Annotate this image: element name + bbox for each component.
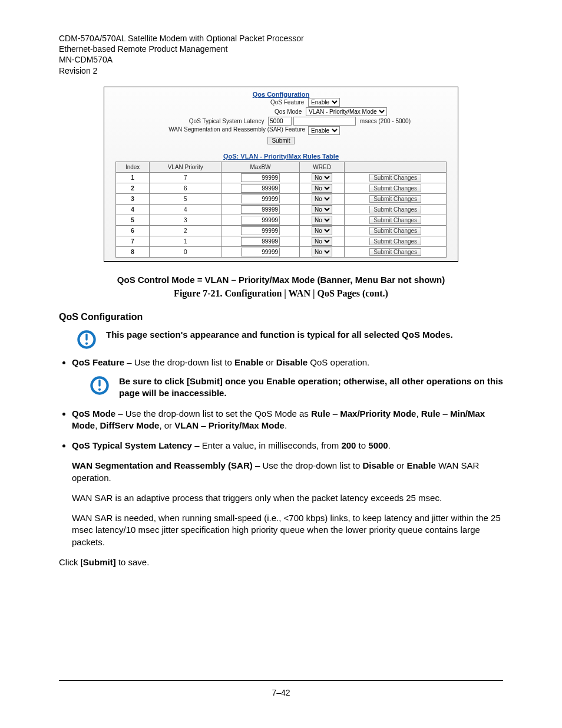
table-row: 17NoSubmit Changes xyxy=(116,172,447,183)
table-row: 80NoSubmit Changes xyxy=(116,246,447,257)
caption-mode-post: Priority/Max Mode (Banner, Menu Bar not … xyxy=(239,275,445,285)
rule-wred-cell: No xyxy=(299,172,344,183)
figure-title: Qos Configuration xyxy=(104,87,458,98)
b2-d1: – xyxy=(330,409,340,419)
caption-mode-pre: QoS Control Mode = VLAN xyxy=(117,275,229,285)
b2-primax: Priority/Max Mode xyxy=(209,420,285,430)
header-left-2: Ethernet-based Remote Product Management xyxy=(59,44,503,54)
rules-th-wred: WRED xyxy=(299,162,344,172)
bullet1-enable: Enable xyxy=(234,357,263,367)
rule-index: 7 xyxy=(116,236,150,246)
rule-wred-cell: No xyxy=(299,193,344,204)
rule-submit-button[interactable]: Submit Changes xyxy=(369,185,421,192)
sar-or: or xyxy=(394,460,407,470)
rule-maxbw-input[interactable] xyxy=(241,184,280,193)
figure-caption: Figure 7-21. Configuration | WAN | QoS P… xyxy=(59,288,503,299)
rule-maxbw-input[interactable] xyxy=(241,226,280,235)
b2-c1: , xyxy=(416,409,421,419)
cfg-mode-row: Qos Mode VLAN - Priority/Max Mode xyxy=(104,107,458,117)
svg-point-2 xyxy=(85,342,88,344)
b3-p: . xyxy=(388,440,391,450)
rule-action-cell: Submit Changes xyxy=(345,204,447,215)
rule-wred-select[interactable]: No xyxy=(312,237,332,246)
b2-lead: QoS Mode xyxy=(72,409,115,419)
cfg-latency-input[interactable] xyxy=(268,117,292,126)
rule-maxbw-input[interactable] xyxy=(241,237,280,246)
cfg-mode-label: Qos Mode xyxy=(275,108,302,115)
cfg-submit-button[interactable]: Submit xyxy=(267,137,294,144)
note-1-text: This page section's appearance and funct… xyxy=(106,330,503,340)
cfg-feature-select[interactable]: Enable xyxy=(308,98,340,107)
rule-wred-select[interactable]: No xyxy=(312,173,332,182)
rule-priority: 7 xyxy=(150,172,222,183)
svg-point-5 xyxy=(98,388,101,391)
bullet-qos-latency: QoS Typical System Latency – Enter a val… xyxy=(72,440,503,548)
rule-index: 3 xyxy=(116,193,150,204)
b2-maxpri: Max/Priority Mode xyxy=(340,409,416,419)
cfg-latency-row: QoS Typical System Latency msecs (200 - … xyxy=(104,117,458,126)
table-row: 26NoSubmit Changes xyxy=(116,183,447,193)
sar-dis: Disable xyxy=(363,460,394,470)
rule-wred-cell: No xyxy=(299,246,344,257)
bullet-qos-mode: QoS Mode – Use the drop-down list to set… xyxy=(72,408,503,432)
rule-submit-button[interactable]: Submit Changes xyxy=(369,195,421,203)
b2-rule2: Rule xyxy=(421,409,441,419)
rule-submit-button[interactable]: Submit Changes xyxy=(369,248,421,256)
bullet1-disable: Disable xyxy=(276,357,308,367)
rule-wred-cell: No xyxy=(299,204,344,215)
rule-submit-button[interactable]: Submit Changes xyxy=(369,238,421,245)
page-number: 7–42 xyxy=(272,688,290,697)
b2-d1b: – xyxy=(440,409,450,419)
rule-wred-select[interactable]: No xyxy=(312,216,332,225)
rule-index: 5 xyxy=(116,215,150,225)
rule-priority: 4 xyxy=(150,204,222,215)
page-header: CDM-570A/570AL Satellite Modem with Opti… xyxy=(59,33,503,76)
rule-submit-button[interactable]: Submit Changes xyxy=(369,174,421,182)
cfg-latency-label: QoS Typical System Latency xyxy=(189,118,265,124)
rule-maxbw-input[interactable] xyxy=(241,216,280,225)
page: CDM-570A/570AL Satellite Modem with Opti… xyxy=(0,0,562,728)
rule-maxbw-input[interactable] xyxy=(241,173,280,182)
rule-wred-select[interactable]: No xyxy=(312,184,332,193)
rule-priority: 6 xyxy=(150,183,222,193)
cfg-sar-select[interactable]: Enable xyxy=(308,126,340,135)
cfg-sar-row: WAN Segmentation and Reassembly (SAR) Fe… xyxy=(104,126,458,136)
rule-maxbw-input[interactable] xyxy=(241,248,280,256)
cfg-sar-label: WAN Segmentation and Reassembly (SAR) Fe… xyxy=(168,126,304,133)
b2-d2: – xyxy=(199,420,209,430)
figure-qos-config: Qos Configuration QoS Feature Enable Qos… xyxy=(104,87,458,262)
rule-maxbw-input[interactable] xyxy=(241,205,280,214)
rule-action-cell: Submit Changes xyxy=(345,172,447,183)
rule-wred-select[interactable]: No xyxy=(312,205,332,214)
rules-title: QoS: VLAN - Priority/Max Rules Table xyxy=(104,153,458,162)
rule-action-cell: Submit Changes xyxy=(345,236,447,246)
rule-priority: 3 xyxy=(150,215,222,225)
info-icon xyxy=(77,330,97,350)
rule-wred-select[interactable]: No xyxy=(312,248,332,256)
cfg-mode-select[interactable]: VLAN - Priority/Max Mode xyxy=(306,107,387,116)
rule-submit-button[interactable]: Submit Changes xyxy=(369,227,421,235)
svg-rect-1 xyxy=(85,334,87,341)
body-list: QoS Feature – Use the drop-down list to … xyxy=(67,357,503,548)
header-right-1: MN-CDM570A xyxy=(59,54,503,65)
rule-wred-cell: No xyxy=(299,236,344,246)
rule-priority: 0 xyxy=(150,246,222,257)
rule-index: 6 xyxy=(116,225,150,236)
bullet1-or: or xyxy=(263,357,276,367)
rules-th-index: Index xyxy=(116,162,150,172)
rule-wred-select[interactable]: No xyxy=(312,226,332,235)
b2-vlan: VLAN xyxy=(174,420,199,430)
rule-submit-button[interactable]: Submit Changes xyxy=(369,206,421,213)
rule-maxbw-input[interactable] xyxy=(241,195,280,203)
rule-maxbw-cell xyxy=(222,246,300,257)
b2-c2: , xyxy=(95,420,100,430)
b2-or: , or xyxy=(159,420,174,430)
rule-index: 2 xyxy=(116,183,150,193)
rule-action-cell: Submit Changes xyxy=(345,215,447,225)
rule-maxbw-cell xyxy=(222,236,300,246)
rule-wred-cell: No xyxy=(299,215,344,225)
rule-action-cell: Submit Changes xyxy=(345,183,447,193)
rule-submit-button[interactable]: Submit Changes xyxy=(369,216,421,224)
rule-wred-select[interactable]: No xyxy=(312,195,332,203)
b2-rest: – Use the drop-down list to set the QoS … xyxy=(115,409,311,419)
